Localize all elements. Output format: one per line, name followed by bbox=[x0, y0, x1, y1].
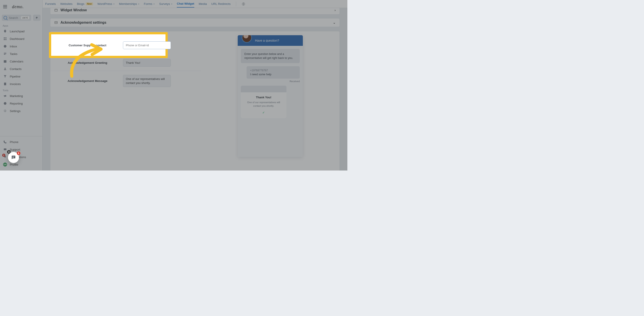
preview-user-message: +19768778787 I need some help bbox=[246, 66, 300, 79]
tab-label: Surveys bbox=[159, 2, 170, 5]
tab-label: Memberships bbox=[119, 2, 137, 5]
chat-icon bbox=[3, 147, 7, 151]
invoice-icon bbox=[3, 82, 7, 86]
preview-reply-title: Thank You! bbox=[244, 96, 283, 99]
ack-settings-body: Customer Support contact Acknowledgement… bbox=[50, 31, 340, 171]
sidebar-item-marketing[interactable]: Marketing bbox=[0, 92, 42, 100]
inbox-icon bbox=[3, 44, 7, 48]
sidebar-item-inbox[interactable]: Inbox bbox=[0, 42, 42, 50]
sidebar-header: demo. bbox=[0, 0, 42, 13]
tab-media[interactable]: Media bbox=[199, 0, 207, 7]
tab-forms[interactable]: Forms▾ bbox=[144, 0, 155, 7]
search-shortcut: ctrl K bbox=[21, 16, 30, 19]
preview-header-text: Have a question? bbox=[255, 39, 279, 42]
tab-funnels[interactable]: Funnels bbox=[45, 0, 56, 7]
contact-label: Customer Support contact bbox=[56, 44, 118, 47]
svg-rect-2 bbox=[4, 39, 5, 40]
message-label: Acknowledgement Message bbox=[56, 79, 118, 83]
check-icon: ✓ bbox=[244, 111, 283, 114]
dashboard-icon bbox=[3, 37, 7, 41]
gear-icon bbox=[242, 2, 246, 6]
svg-rect-6 bbox=[4, 60, 6, 61]
preview-received-label: Received bbox=[290, 80, 300, 83]
svg-point-10 bbox=[5, 110, 6, 111]
chevron-down-icon: ▾ bbox=[138, 3, 139, 5]
search-input[interactable]: Search ctrl K bbox=[2, 15, 31, 21]
sidebar-item-phone[interactable]: Phone bbox=[0, 138, 42, 146]
nav-label: Reporting bbox=[10, 102, 23, 105]
launcher-badge-dark: 4 bbox=[7, 150, 11, 154]
sidebar-item-pipeline[interactable]: Pipeline bbox=[0, 73, 42, 80]
chat-launcher[interactable]: 4 6 bbox=[8, 152, 19, 163]
svg-point-12 bbox=[243, 3, 244, 4]
nav-label: Profile bbox=[10, 163, 18, 166]
card-widget-window[interactable]: Widget Window › bbox=[50, 8, 340, 15]
nav-label: Settings bbox=[10, 109, 20, 113]
sidebar-item-invoices[interactable]: Invoices bbox=[0, 80, 42, 88]
greeting-input[interactable]: Thank You! bbox=[123, 59, 171, 67]
tab-wordpress[interactable]: WordPress▾ bbox=[98, 0, 115, 7]
form-row-greeting: Acknowledgement Greeting Thank You! bbox=[50, 55, 201, 71]
tab-memberships[interactable]: Memberships▾ bbox=[119, 0, 139, 7]
chat-preview: Have a question? Enter your question bel… bbox=[238, 35, 303, 157]
hamburger-icon[interactable] bbox=[3, 5, 7, 8]
chart-icon bbox=[3, 101, 7, 105]
contact-input[interactable] bbox=[123, 41, 171, 49]
nav-label: Tasks bbox=[10, 52, 18, 56]
section-apps-label: Apps bbox=[0, 23, 42, 27]
user-icon bbox=[3, 67, 7, 71]
svg-rect-15 bbox=[55, 21, 58, 23]
tab-chat-widget[interactable]: Chat Widget bbox=[177, 0, 194, 7]
svg-point-9 bbox=[4, 102, 6, 105]
card-ack-settings-header[interactable]: Acknowledgement settings ⌄ bbox=[50, 18, 340, 27]
nav-label: Support bbox=[10, 148, 20, 151]
lightning-icon bbox=[35, 16, 38, 19]
sidebar-item-calendars[interactable]: Calendars bbox=[0, 57, 42, 65]
sidebar-item-contacts[interactable]: Contacts bbox=[0, 65, 42, 73]
tab-url-redirects[interactable]: URL Redirects bbox=[211, 0, 230, 7]
agent-avatar bbox=[242, 35, 252, 43]
svg-rect-8 bbox=[4, 83, 6, 85]
tab-label: WordPress bbox=[98, 2, 112, 5]
nav-label: Marketing bbox=[10, 94, 23, 98]
tab-blogs[interactable]: Blogs New bbox=[77, 0, 93, 7]
tab-websites[interactable]: Websites bbox=[60, 0, 72, 7]
nav-label: Inbox bbox=[10, 45, 17, 48]
chat-bubble-icon bbox=[11, 155, 16, 160]
nav-label: Contacts bbox=[10, 67, 22, 71]
svg-rect-13 bbox=[55, 9, 58, 11]
nav-label: Pipeline bbox=[10, 75, 20, 78]
nav-label: Launchpad bbox=[10, 30, 24, 33]
sidebar-item-notifications[interactable]: Notifications 6 bbox=[0, 153, 42, 161]
funnel-icon bbox=[3, 74, 7, 78]
separator bbox=[236, 2, 236, 6]
search-icon bbox=[4, 16, 7, 19]
preview-msg-text: I need some help bbox=[250, 73, 296, 76]
card-title: Widget Window bbox=[60, 8, 87, 12]
sidebar-item-profile[interactable]: GR Profile bbox=[0, 161, 42, 168]
message-input[interactable]: One of our representatives will contact … bbox=[123, 75, 171, 87]
svg-point-7 bbox=[4, 68, 6, 69]
sidebar-item-support[interactable]: Support bbox=[0, 146, 42, 153]
new-badge: New bbox=[86, 2, 93, 5]
sidebar-item-dashboard[interactable]: Dashboard bbox=[0, 35, 42, 42]
topbar: Funnels Websites Blogs New WordPress▾ Me… bbox=[42, 0, 347, 8]
tasks-icon bbox=[3, 52, 7, 56]
megaphone-icon bbox=[3, 94, 7, 98]
chevron-down-icon: ▾ bbox=[154, 3, 155, 5]
sidebar-item-launchpad[interactable]: Launchpad bbox=[0, 27, 42, 35]
quick-actions-button[interactable] bbox=[33, 15, 40, 21]
phone-icon bbox=[3, 140, 7, 144]
tab-surveys[interactable]: Surveys▾ bbox=[159, 0, 172, 7]
svg-rect-11 bbox=[4, 148, 6, 150]
chevron-down-icon: ▾ bbox=[171, 3, 172, 5]
main-content: Widget Window › Acknowledgement settings… bbox=[42, 8, 347, 171]
section-tools-label: Tools bbox=[0, 88, 42, 92]
preview-pane: Have a question? Enter your question bel… bbox=[201, 31, 340, 171]
preview-header: Have a question? bbox=[238, 35, 303, 46]
topbar-settings-button[interactable] bbox=[242, 0, 246, 8]
sidebar-item-tasks[interactable]: Tasks bbox=[0, 50, 42, 57]
sidebar-item-settings[interactable]: Settings bbox=[0, 107, 42, 115]
svg-rect-17 bbox=[12, 157, 14, 158]
sidebar-item-reporting[interactable]: Reporting bbox=[0, 100, 42, 107]
